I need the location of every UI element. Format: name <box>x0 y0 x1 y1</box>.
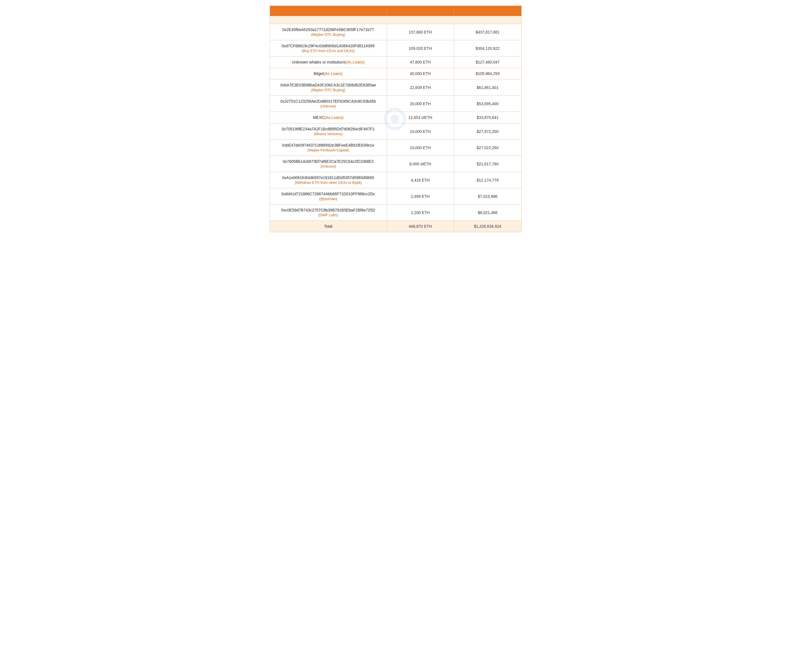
table-header <box>270 6 521 16</box>
entity-label: (@yuchao) <box>319 197 337 201</box>
value-cell: $61,861,401 <box>454 80 521 95</box>
amount-cell: 157,660 ETH <box>387 24 454 40</box>
value-cell: $1,226,634,924 <box>454 221 521 232</box>
table-row: 0x2E45f6eA5293a17771d256Fe5BC955fF17e71b… <box>270 24 521 40</box>
table-body: 0x2E45f6eA5293a17771d256Fe5BC955fF17e71b… <box>270 24 521 232</box>
entity-label: (Buy ETH from CEXs and DEXs) <box>302 49 355 53</box>
table-row: MEXC(As Loans) 12,653 stETH$33,870,641 <box>270 112 521 123</box>
table-row: Total 446,870 ETH$1,226,634,924 <box>270 221 521 232</box>
value-cell: $27,022,260 <box>454 139 521 155</box>
table-row: 0xd7CF68819c29F4c03d6908d1A066420Fd811A9… <box>270 40 521 56</box>
amount-cell: 109,033 ETH <box>387 40 454 56</box>
entity-label: (Maybe OTC Buying) <box>311 32 345 37</box>
amount-cell: 12,653 stETH <box>387 112 454 123</box>
entity-cell: 0xc0E59d7B743c2757C8b39B791B5EbaF2Bf6e72… <box>270 205 387 221</box>
entity-address: 0x7605Bb14cb873bf7af6E2Ca7E25C64c2f21068… <box>283 159 374 164</box>
entity-cell: 0x705199fE234a7A2F1Bc8B95Dd7d08284c8F467… <box>270 123 387 139</box>
amount-cell: 8,000 stETH <box>387 156 454 172</box>
amount-cell: 47,800 ETH <box>387 56 454 68</box>
entity-address: 0x705199fE234a7A2F1Bc8B95Dd7d08284c8F467… <box>282 127 375 131</box>
table-row: 0xbE47de0974637Cd96f492e3BFeeE4B91fE639e… <box>270 139 521 156</box>
entity-name: Total <box>324 224 332 229</box>
entity-cell: Unknown whales or institutions(As Loans) <box>270 56 387 68</box>
entity-name: Unknown whales or institutions(As Loans) <box>292 60 364 64</box>
entity-label: (Unknow) <box>320 104 336 108</box>
entity-address: 0xA1e0061fcB4db597e191811dDd5357d5983d5B… <box>282 175 374 180</box>
entity-label: (DWF Labs) <box>318 213 338 217</box>
entity-address: 0xd7CF68819c29F4c03d6908d1A066420Fd811A9… <box>282 44 375 48</box>
entity-cell: 0x7605Bb14cb873bf7af6E2Ca7E25C64c2f21068… <box>270 156 387 172</box>
value-cell: $437,817,881 <box>454 24 521 40</box>
amount-cell: 10,000 ETH <box>387 139 454 155</box>
value-cell: $127,480,047 <box>454 56 521 68</box>
table-row: Unknown whales or institutions(As Loans)… <box>270 56 521 68</box>
entity-address: 0x2E45f6eA5293a17771d256Fe5BC955fF17e71b… <box>282 27 374 32</box>
entity-address: 0x32751C123256Ae2D4B0317EF9289CA0c8C63b4… <box>280 99 376 104</box>
entity-address: 0x8d41d721886C728674Abb68F71D010FF986cc2… <box>281 192 375 196</box>
entity-address: 0xbE47de0974637Cd96f492e3BFeeE4B91fE639e… <box>282 143 374 147</box>
entity-label-inline: (As Loans) <box>324 71 343 76</box>
amount-cell: 10,000 ETH <box>387 123 454 139</box>
table-row: 0x7605Bb14cb873bf7af6E2Ca7E25C64c2f21068… <box>270 156 521 172</box>
value-cell: $6,021,488 <box>454 205 521 221</box>
value-cell: $105,964,259 <box>454 68 521 79</box>
amount-cell: 2,499 ETH <box>387 188 454 204</box>
value-cell: $27,972,200 <box>454 123 521 139</box>
table-row: Bitget(As Loans) 40,000 ETH$105,964,259 <box>270 68 521 80</box>
amount-cell: 22,609 ETH <box>387 80 454 95</box>
entity-cell: Total <box>270 221 387 232</box>
header-value <box>454 6 521 16</box>
entity-name: MEXC(As Loans) <box>313 115 343 120</box>
entity-address: 0xbA7E3E03B98baD43F20bCA3c1E7d06d62E8385… <box>280 83 376 87</box>
value-cell: $12,174,779 <box>454 172 521 188</box>
entity-cell: MEXC(As Loans) <box>270 112 387 123</box>
entity-cell: 0xbE47de0974637Cd96f492e3BFeeE4B91fE639e… <box>270 139 387 155</box>
value-cell: $304,120,922 <box>454 40 521 56</box>
entity-cell: 0xbA7E3E03B98baD43F20bCA3c1E7d06d62E8385… <box>270 80 387 95</box>
main-table: 0x2E45f6eA5293a17771d256Fe5BC955fF17e71b… <box>270 6 521 232</box>
entity-address: 0xc0E59d7B743c2757C8b39B791B5EbaF2Bf6e72… <box>281 208 375 212</box>
entity-cell: 0x8d41d721886C728674Abb68F71D010FF986cc2… <box>270 188 387 204</box>
header-amount <box>387 6 454 16</box>
table-row: 0xA1e0061fcB4db597e191811dDd5357d5983d5B… <box>270 172 521 188</box>
amount-cell: 2,200 ETH <box>387 205 454 221</box>
value-cell: $21,617,760 <box>454 156 521 172</box>
entity-cell: 0xA1e0061fcB4db597e191811dDd5357d5983d5B… <box>270 172 387 188</box>
entity-cell: Bitget(As Loans) <box>270 68 387 79</box>
entity-label: (Withdraw ETH from other CEXs to Bybit) <box>295 181 361 185</box>
table-row: 0x705199fE234a7A2F1Bc8B95Dd7d08284c8F467… <box>270 123 521 139</box>
entity-label: (Unknow) <box>320 164 336 168</box>
entity-cell: 0xd7CF68819c29F4c03d6908d1A066420Fd811A9… <box>270 40 387 56</box>
entity-label: (Mirana Ventures) <box>314 132 342 136</box>
entity-label-inline: (As Loans) <box>324 115 343 120</box>
entity-cell: 0x32751C123256Ae2D4B0317EF9289CA0c8C63b4… <box>270 96 387 112</box>
value-cell: $7,015,886 <box>454 188 521 204</box>
table-row: 0x8d41d721886C728674Abb68F71D010FF986cc2… <box>270 188 521 205</box>
value-cell: $33,870,641 <box>454 112 521 123</box>
amount-cell: 446,870 ETH <box>387 221 454 232</box>
entity-label: (Maybe Fenbushi Capital) <box>307 148 349 152</box>
header-entity <box>270 6 387 16</box>
table-row: 0xc0E59d7B743c2757C8b39B791B5EbaF2Bf6e72… <box>270 205 521 221</box>
amount-cell: 4,416 ETH <box>387 172 454 188</box>
table-row: 0x32751C123256Ae2D4B0317EF9289CA0c8C63b4… <box>270 96 521 112</box>
value-cell: $53,695,400 <box>454 96 521 112</box>
entity-label: (Maybe OTC Buying) <box>311 88 345 92</box>
subtitle-row <box>270 16 521 24</box>
amount-cell: 40,000 ETH <box>387 68 454 79</box>
entity-label-inline: (As Loans) <box>345 60 364 64</box>
table-row: 0xbA7E3E03B98baD43F20bCA3c1E7d06d62E8385… <box>270 80 521 96</box>
entity-name: Bitget(As Loans) <box>314 71 343 76</box>
entity-cell: 0x2E45f6eA5293a17771d256Fe5BC955fF17e71b… <box>270 24 387 40</box>
amount-cell: 20,000 ETH <box>387 96 454 112</box>
